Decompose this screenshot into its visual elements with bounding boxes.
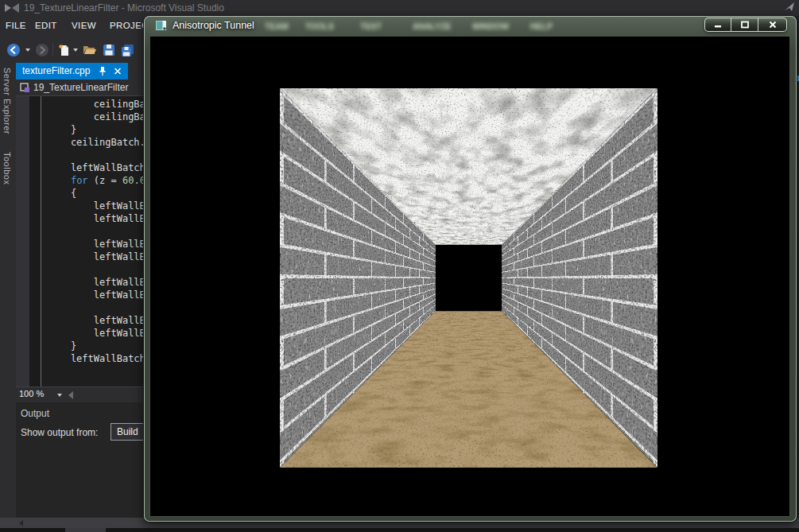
code-line: leftWallBa [48,276,151,289]
code-line: leftWallBa [48,250,151,263]
occluded-menu-analyze: ANALYZE [413,21,452,31]
minimize-icon [713,20,723,29]
new-file-icon[interactable] [57,43,72,57]
tunnel-ceiling [280,88,657,245]
back-dropdown-icon[interactable] [24,43,32,57]
window-title: 19_TextureLinearFilter - Microsoft Visua… [24,2,224,14]
occluded-menu-tools: TOOLS [305,21,334,31]
code-line: ceilingBatch.E [48,136,151,149]
tunnel-window-titlebar[interactable]: TEAM TOOLS TEST ANALYZE WINDOW HELP Anis… [144,16,797,36]
scroll-left-icon[interactable] [19,520,23,526]
new-file-dropdown-icon[interactable] [72,43,80,57]
maximize-button[interactable] [731,17,758,32]
side-tab-strip: Server Explorer Toolbox [0,63,16,518]
floor-texture [280,311,657,468]
tunnel-floor [280,311,657,468]
code-line: ceilingBat [48,98,151,111]
brick-texture [502,88,657,468]
occluded-menu-help: HELP [530,21,553,31]
menu-file[interactable]: FILE [6,16,26,36]
close-icon[interactable] [113,66,122,76]
tunnel-left-wall [280,88,436,468]
code-line: leftWallBa [48,289,151,301]
zoom-level[interactable]: 100 % [19,389,44,398]
editor-margin-divider [41,96,41,386]
save-icon[interactable] [102,43,116,57]
occluded-menu-test: TEST [360,21,382,31]
editor-gutter [16,96,29,386]
navigate-forward-icon[interactable] [35,43,49,57]
scrollbar-thumb[interactable] [65,528,106,532]
code-line: { [48,187,151,200]
visual-studio-logo-icon [2,1,21,15]
sidebar-tab-server-explorer[interactable]: Server Explorer [2,68,12,134]
save-all-icon[interactable] [121,43,135,57]
code-line: leftWallBa [48,212,151,225]
hscroll-left-icon[interactable] [68,391,73,399]
code-line: leftWallBa [48,327,151,340]
tunnel-render [280,88,657,468]
code-line: leftWallBa [48,200,151,212]
screen: 19_TextureLinearFilter - Microsoft Visua… [0,0,799,532]
tab-texturefilter-cpp[interactable]: textureFilter.cpp [16,63,128,80]
close-button[interactable] [758,17,787,32]
close-icon [768,20,778,29]
show-output-label: Show output from: [21,427,98,438]
code-line: leftWallBatch. [48,352,151,365]
code-line [48,301,151,314]
open-folder-icon[interactable] [83,43,97,57]
tunnel-right-wall [502,88,657,468]
output-panel-title: Output [21,408,49,419]
editor-selection-margin [29,96,41,386]
occluded-menu-team: TEAM [265,21,289,31]
code-line: } [48,340,151,352]
pin-icon[interactable] [98,66,107,76]
minimize-button[interactable] [704,17,731,32]
code-line: leftWallBa [48,238,151,250]
window-controls [704,17,787,32]
tab-label: textureFilter.cpp [22,65,90,76]
cpp-project-icon [20,83,30,93]
code-line [48,225,151,238]
opengl-app-icon [155,20,167,31]
code-line: leftWallBa [48,314,151,327]
tunnel-window: TEAM TOOLS TEST ANALYZE WINDOW HELP Anis… [144,16,797,522]
navigate-back-icon[interactable] [6,43,21,57]
menu-edit[interactable]: EDIT [35,16,57,36]
output-source-value: Build [117,426,138,437]
bottom-strip [0,528,799,532]
zoom-dropdown-icon[interactable] [57,394,62,397]
toolbar-separator [52,43,53,56]
breadcrumb-label: 19_TextureLinearFilter [33,82,128,93]
maximize-icon [740,20,750,29]
brick-texture [280,88,436,468]
opengl-viewport [149,36,790,517]
feedback-icon[interactable] [783,1,797,14]
code-line: ceilingBat [48,111,151,123]
vs-titlebar[interactable]: 19_TextureLinearFilter - Microsoft Visua… [0,0,799,16]
occluded-menu-window: WINDOW [472,21,509,31]
code-line: } [48,123,151,136]
code-line [48,149,151,161]
ceiling-texture [280,88,657,245]
menu-view[interactable]: VIEW [72,16,96,36]
code-editor[interactable]: ceilingBat ceilingBat } ceilingBatch.E l… [48,98,151,365]
code-line: for (z = 60.0f [48,174,151,187]
tunnel-window-title: Anisotropic Tunnel [173,20,254,31]
code-line [48,263,151,276]
sidebar-tab-toolbox[interactable]: Toolbox [2,152,12,184]
code-line: leftWallBatch. [48,161,151,174]
